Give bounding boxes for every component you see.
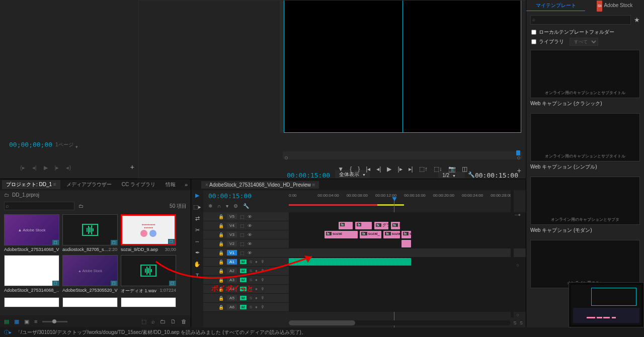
lock-icon[interactable]: 🔒	[218, 241, 224, 246]
track-label[interactable]: A5	[227, 295, 237, 301]
sync-lock-icon[interactable]: ⬚	[240, 241, 245, 246]
comparison-icon[interactable]: ◫	[462, 165, 467, 173]
clip[interactable]	[289, 258, 411, 266]
timeline-ruler[interactable]: 0:0000:00:04:0000:00:08:0000:00:12:0000:…	[289, 193, 511, 209]
lock-icon[interactable]: 🔒	[218, 305, 224, 310]
program-playhead[interactable]	[516, 150, 520, 155]
mic-icon[interactable]: 🎙	[261, 269, 265, 273]
add-button-icon[interactable]: +	[130, 163, 134, 171]
clip[interactable]	[401, 240, 411, 247]
track-lane[interactable]	[289, 258, 526, 266]
project-item[interactable]: ▲ Adobe Stock⬚AdobeStock_275314068_V…20:…	[4, 214, 59, 252]
add-marker-icon[interactable]: ▼	[338, 165, 344, 173]
mic-icon[interactable]: 🎙	[261, 296, 265, 300]
track-header[interactable]: 🔒A2MS●🎙	[203, 267, 289, 275]
step-back-icon[interactable]: ◂|	[376, 165, 381, 173]
clip[interactable]: sozai_9	[401, 231, 411, 238]
panel-menu-icon[interactable]: »	[185, 182, 188, 188]
lock-icon[interactable]: 🔒	[218, 232, 224, 237]
templates-search-input[interactable]	[530, 15, 631, 25]
track-lane[interactable]	[289, 303, 526, 311]
solo-button[interactable]: S	[250, 305, 252, 309]
track-select-tool-icon[interactable]: ⬚▸	[193, 204, 201, 210]
mic-icon[interactable]: 🎙	[261, 260, 265, 264]
local-templates-checkbox[interactable]: ローカルテンプレートフォルダー	[531, 29, 639, 36]
solo-button[interactable]: S	[250, 278, 252, 282]
project-item[interactable]: ●●●●●●●●●●●●●●●⬚sozai_9/DD_9.aep30;00	[121, 214, 176, 252]
lock-icon[interactable]: 🔒	[218, 260, 224, 265]
lock-icon[interactable]: 🔒	[218, 287, 224, 292]
source-dropdown-icon[interactable]: ▾	[75, 144, 78, 149]
mute-button[interactable]: M	[240, 278, 247, 282]
track-label[interactable]: V3	[227, 232, 237, 237]
mark-in-icon[interactable]: {	[350, 165, 352, 173]
solo-button[interactable]: S	[250, 287, 252, 291]
project-item[interactable]	[62, 297, 118, 307]
lock-icon[interactable]: 🔒	[218, 214, 224, 219]
lock-icon[interactable]: 🔒	[218, 250, 224, 256]
mute-button[interactable]: M	[240, 296, 247, 300]
track-header[interactable]: 🔒A5MS●🎙	[203, 294, 289, 302]
new-item-icon[interactable]: 🗋	[171, 318, 176, 324]
go-in-icon[interactable]: |◂	[366, 165, 370, 173]
toggle-output-icon[interactable]: 👁	[248, 241, 252, 246]
clip[interactable]: sozai	[325, 231, 358, 238]
collapse-icon[interactable]: ─●	[515, 212, 521, 217]
track-header[interactable]: 🔒A3MS●🎙	[203, 276, 289, 284]
track-header[interactable]: 🔒V4⬚👁	[203, 221, 289, 230]
tab-media-browser[interactable]: メディアブラウザー	[62, 180, 116, 189]
settings-icon[interactable]: ⚙	[233, 203, 238, 209]
voiceover-icon[interactable]: ●	[255, 296, 258, 300]
new-bin-icon[interactable]: 🗀	[160, 318, 166, 324]
track-lane[interactable]: sozaisozai_sozai_4/sozai_9	[289, 230, 526, 239]
clip[interactable]: sozai_	[360, 231, 381, 238]
hand-tool-icon[interactable]: ✋	[194, 261, 201, 268]
play-icon[interactable]: ▶	[44, 164, 48, 171]
play-icon[interactable]: ▶	[387, 165, 391, 173]
sync-lock-icon[interactable]: ⬚	[240, 214, 245, 219]
tab-project[interactable]: プロジェクト: DD_1	[2, 180, 60, 189]
pen-tool-icon[interactable]: ✒	[195, 249, 200, 256]
lock-icon[interactable]: 🔒	[218, 269, 224, 274]
mark-out-icon[interactable]: ◂}	[66, 164, 71, 171]
track-label[interactable]: A1	[227, 259, 237, 265]
track-header[interactable]: 🔒A4MS●🎙	[203, 285, 289, 293]
project-item[interactable]: ⬚オーディオ 1.wav1:07224	[121, 255, 176, 294]
track-lane[interactable]	[289, 285, 526, 293]
sync-lock-icon[interactable]: ⬚	[240, 223, 245, 228]
in-point-handle[interactable]	[285, 156, 288, 159]
voiceover-icon[interactable]: ●	[255, 278, 258, 282]
track-label[interactable]: A6	[227, 304, 237, 310]
resolution-dropdown[interactable]: 1/2	[438, 172, 465, 179]
track-label[interactable]: A2	[227, 268, 237, 274]
track-lane[interactable]	[289, 294, 526, 302]
clip[interactable]: 次	[391, 222, 400, 229]
timeline-timecode[interactable]: 00:00:15:00	[208, 192, 252, 200]
project-search-input[interactable]	[4, 202, 74, 210]
track-header[interactable]: 🔒A6MS●🎙	[203, 303, 289, 311]
voiceover-icon[interactable]: ●	[255, 305, 258, 309]
clip[interactable]	[355, 222, 372, 229]
template-card[interactable]: オンライン用のキャプションとサブタイトルWeb キャプション (シンプル)	[530, 113, 640, 173]
mark-out-icon[interactable]: }	[358, 165, 360, 173]
button-editor-icon[interactable]: +	[517, 166, 521, 175]
sync-lock-icon[interactable]: ⬚	[240, 250, 245, 256]
solo-button[interactable]: S	[250, 269, 252, 273]
mute-button[interactable]: M	[240, 260, 247, 264]
solo-button[interactable]: S	[250, 260, 252, 264]
track-header[interactable]: 🔒V2⬚👁	[203, 239, 289, 248]
track-label[interactable]: A4	[227, 286, 237, 292]
tab-my-templates[interactable]: マイテンプレート	[526, 0, 585, 11]
export-frame-icon[interactable]: 📷	[448, 165, 456, 173]
project-item[interactable]: ▲ Adobe Stock⬚AdobeStock_275305520_V…20:…	[62, 255, 118, 294]
template-card[interactable]: オンライン用のキャプションとサブタイトルWeb キャプション (クラシック)	[530, 50, 640, 109]
slip-tool-icon[interactable]: ↔	[195, 238, 200, 244]
trash-icon[interactable]: 🗑	[181, 318, 187, 324]
toggle-output-icon[interactable]: 👁	[248, 250, 252, 256]
tab-adobe-stock[interactable]: StAdobe Stock	[585, 0, 644, 11]
out-point-handle[interactable]	[517, 156, 520, 159]
linked-selection-icon[interactable]: ∩	[217, 203, 221, 209]
list-view-icon[interactable]: ▤	[4, 318, 9, 325]
track-label[interactable]: V2	[227, 241, 237, 246]
library-filter[interactable]: すべて	[570, 38, 598, 46]
